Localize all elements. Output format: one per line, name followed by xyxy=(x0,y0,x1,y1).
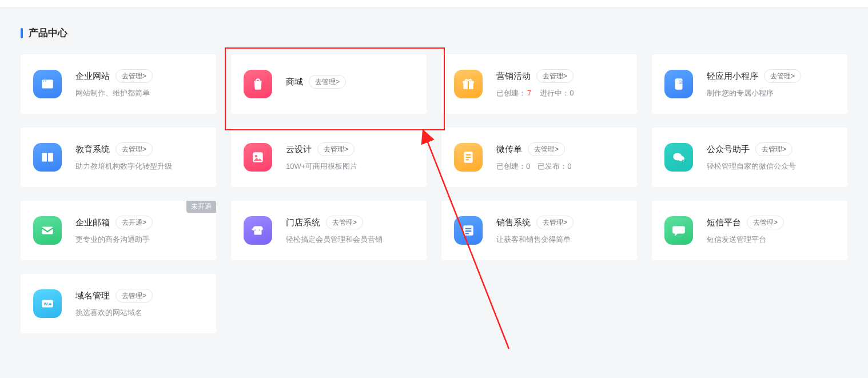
mail-icon xyxy=(33,216,62,245)
card-body: 云设计去管理>10W+可商用模板图片 xyxy=(286,142,414,172)
card-body: 企业网站去管理>网站制作、维护都简单 xyxy=(75,69,204,99)
card-desc: 制作您的专属小程序 xyxy=(707,87,835,99)
card-body: 公众号助手去管理>轻松管理自家的微信公众号 xyxy=(707,142,835,172)
product-card-1[interactable]: 商城去管理> xyxy=(231,54,427,114)
card-desc: 轻松管理自家的微信公众号 xyxy=(707,161,835,172)
card-desc: 挑选喜欢的网站域名 xyxy=(75,307,204,319)
product-card-0[interactable]: 企业网站去管理>网站制作、维护都简单 xyxy=(21,54,216,114)
list-icon xyxy=(454,216,483,245)
manage-button[interactable]: 去管理> xyxy=(536,216,574,229)
product-card-6[interactable]: 微传单去管理>已创建：0 已发布：0 xyxy=(441,128,637,187)
manage-button[interactable]: 去管理> xyxy=(755,142,793,156)
product-card-5[interactable]: 云设计去管理>10W+可商用模板图片 xyxy=(231,128,427,187)
wechat-icon xyxy=(664,143,693,172)
product-card-12[interactable]: 域名管理去管理>挑选喜欢的网站域名 xyxy=(21,274,216,333)
manage-button[interactable]: 去管理> xyxy=(764,69,801,83)
sms-icon xyxy=(664,216,693,245)
card-title: 云设计 xyxy=(286,144,312,155)
card-title: 轻应用小程序 xyxy=(707,71,758,82)
product-card-3[interactable]: 轻应用小程序去管理>制作您的专属小程序 xyxy=(652,54,847,114)
card-desc: 已创建：0 已发布：0 xyxy=(496,161,624,172)
card-title: 域名管理 xyxy=(75,291,110,301)
gift-icon xyxy=(454,70,483,98)
product-card-10[interactable]: 销售系统去管理>让获客和销售变得简单 xyxy=(441,201,637,260)
product-card-4[interactable]: 教育系统去管理>助力教培机构数字化转型升级 xyxy=(21,128,216,187)
card-desc: 已创建：7 进行中：0 xyxy=(496,87,624,99)
image-icon xyxy=(244,143,272,172)
flyer-icon xyxy=(454,143,483,172)
count-red: 7 xyxy=(527,89,531,97)
card-desc: 网站制作、维护都简单 xyxy=(75,87,204,99)
card-desc: 助力教培机构数字化转型升级 xyxy=(75,161,204,172)
card-body: 营销活动去管理>已创建：7 进行中：0 xyxy=(496,69,624,99)
product-card-8[interactable]: 企业邮箱去开通>更专业的商务沟通助手未开通 xyxy=(21,201,216,260)
product-card-2[interactable]: 营销活动去管理>已创建：7 进行中：0 xyxy=(441,54,637,114)
open-button[interactable]: 去开通> xyxy=(116,216,153,229)
card-desc: 轻松搞定会员管理和会员营销 xyxy=(286,234,414,245)
card-title: 销售系统 xyxy=(496,217,531,228)
card-title: 商城 xyxy=(286,77,303,87)
product-grid: 企业网站去管理>网站制作、维护都简单商城去管理>营销活动去管理>已创建：7 进行… xyxy=(21,54,847,333)
product-card-7[interactable]: 公众号助手去管理>轻松管理自家的微信公众号 xyxy=(652,128,847,187)
card-body: 短信平台去管理>短信发送管理平台 xyxy=(707,216,835,245)
book-icon xyxy=(33,143,62,172)
card-desc: 10W+可商用模板图片 xyxy=(286,161,414,172)
badge-not-opened: 未开通 xyxy=(186,201,216,213)
top-divider xyxy=(0,0,868,8)
manage-button[interactable]: 去管理> xyxy=(116,142,153,156)
domain-icon xyxy=(33,289,62,318)
manage-button[interactable]: 去管理> xyxy=(309,75,346,89)
card-body: 教育系统去管理>助力教培机构数字化转型升级 xyxy=(75,142,204,172)
product-card-9[interactable]: 门店系统去管理>轻松搞定会员管理和会员营销 xyxy=(231,201,427,260)
miniapp-icon xyxy=(664,70,693,98)
manage-button[interactable]: 去管理> xyxy=(536,69,574,83)
manage-button[interactable]: 去管理> xyxy=(747,216,784,229)
window-icon xyxy=(33,70,62,98)
manage-button[interactable]: 去管理> xyxy=(326,216,363,229)
store-icon xyxy=(244,216,272,245)
card-desc: 让获客和销售变得简单 xyxy=(496,234,624,245)
manage-button[interactable]: 去管理> xyxy=(528,142,565,156)
card-body: 销售系统去管理>让获客和销售变得简单 xyxy=(496,216,624,245)
card-title: 教育系统 xyxy=(75,144,110,155)
card-title: 企业邮箱 xyxy=(75,217,110,228)
product-card-11[interactable]: 短信平台去管理>短信发送管理平台 xyxy=(652,201,847,260)
bag-icon xyxy=(244,70,272,98)
card-desc: 更专业的商务沟通助手 xyxy=(75,234,204,245)
card-body: 域名管理去管理>挑选喜欢的网站域名 xyxy=(75,289,204,319)
card-title: 短信平台 xyxy=(707,217,741,228)
card-body: 微传单去管理>已创建：0 已发布：0 xyxy=(496,142,624,172)
card-title: 企业网站 xyxy=(75,71,110,82)
manage-button[interactable]: 去管理> xyxy=(116,289,153,303)
card-body: 商城去管理> xyxy=(286,75,414,93)
card-title: 营销活动 xyxy=(496,71,531,82)
card-title: 公众号助手 xyxy=(707,144,750,155)
card-title: 门店系统 xyxy=(286,217,320,228)
section-title: 产品中心 xyxy=(21,26,847,39)
card-body: 门店系统去管理>轻松搞定会员管理和会员营销 xyxy=(286,216,414,245)
manage-button[interactable]: 去管理> xyxy=(116,69,153,83)
manage-button[interactable]: 去管理> xyxy=(317,142,355,156)
card-body: 企业邮箱去开通>更专业的商务沟通助手 xyxy=(75,216,204,245)
card-title: 微传单 xyxy=(496,144,522,155)
card-desc: 短信发送管理平台 xyxy=(707,234,835,245)
card-body: 轻应用小程序去管理>制作您的专属小程序 xyxy=(707,69,835,99)
